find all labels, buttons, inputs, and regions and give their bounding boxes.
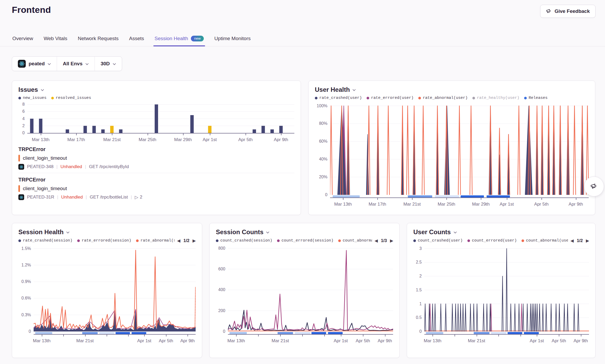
- legend-item[interactable]: resolved_issues: [51, 96, 91, 100]
- release-bar[interactable]: [132, 332, 146, 334]
- y-tick-label: 800: [216, 246, 225, 251]
- session-health-legend: rate_crashed(session)rate_errored(sessio…: [18, 238, 196, 243]
- tab-overview[interactable]: Overview: [12, 31, 34, 46]
- y-tick-label: 4: [18, 116, 25, 121]
- legend-item[interactable]: rate_crashed(user): [315, 96, 362, 100]
- legend-dot: [521, 239, 524, 242]
- issue-error-type: TRPCError: [18, 177, 294, 183]
- release-bar[interactable]: [116, 332, 130, 334]
- legend-dot: [51, 97, 54, 99]
- release-bar[interactable]: [278, 332, 293, 334]
- release-bar[interactable]: [474, 332, 489, 334]
- x-axis-labels: Mar 13thMar 21stApr 1stApr 5thApr 9th: [424, 336, 589, 343]
- session-health-panel-title[interactable]: Session Health: [18, 228, 196, 236]
- issues-panel-title[interactable]: Issues: [18, 86, 294, 93]
- chevron-down-icon: [113, 63, 116, 65]
- release-bar[interactable]: [435, 195, 460, 197]
- x-tick-label: Apr 1st: [334, 338, 348, 344]
- tab-session-health[interactable]: Session Healthnew: [154, 31, 205, 46]
- release-bar[interactable]: [408, 195, 432, 197]
- legend-item[interactable]: new_issues: [18, 96, 46, 100]
- tab-uptime-monitors[interactable]: Uptime Monitors: [214, 31, 251, 46]
- x-axis-labels: Mar 13thMar 21stApr 1stApr 5thApr 9th: [34, 336, 196, 343]
- legend-item[interactable]: rate_abnormal(user): [418, 96, 468, 100]
- tab-assets[interactable]: Assets: [129, 31, 145, 46]
- release-bar[interactable]: [508, 332, 522, 334]
- release-bar[interactable]: [230, 332, 247, 334]
- release-bar[interactable]: [311, 332, 326, 334]
- x-tick-label: Mar 13th: [227, 338, 245, 344]
- pager-next-icon[interactable]: ▶: [390, 238, 393, 243]
- release-bar[interactable]: [295, 332, 311, 334]
- x-tick-label: Apr 5th: [534, 202, 549, 207]
- divider: |: [57, 195, 58, 200]
- legend-item[interactable]: rate_errored(user): [367, 96, 414, 100]
- pager-prev-icon[interactable]: ◀: [571, 238, 574, 243]
- x-tick-label: Mar 21st: [403, 202, 421, 207]
- y-tick-label: 3: [413, 246, 422, 251]
- release-bar[interactable]: [426, 332, 443, 334]
- legend-item[interactable]: count_abnormal(user): [521, 238, 568, 243]
- x-tick-label: Mar 25th: [139, 137, 156, 142]
- give-feedback-button[interactable]: Give Feedback: [540, 5, 596, 18]
- pager-page-label: 1/2: [577, 238, 583, 243]
- floating-feedback-button[interactable]: [584, 176, 604, 196]
- legend-label: rate_healthy(user): [477, 96, 519, 100]
- issue-message: client_login_timeout: [23, 155, 67, 161]
- legend-item[interactable]: rate_crashed(session): [18, 238, 72, 243]
- legend-dot: [77, 239, 80, 242]
- y-tick-label: 1.2%: [18, 263, 31, 267]
- date-range-selector[interactable]: 30D: [95, 57, 122, 71]
- legend-item[interactable]: rate_errored(session): [77, 238, 131, 243]
- x-tick-label: Apr 9th: [573, 338, 588, 344]
- issue-item[interactable]: TRPCErrorclient_login_timeoutPEATED-31R|…: [18, 173, 294, 203]
- y-tick-label: 400: [216, 287, 225, 292]
- legend-item[interactable]: rate_abnormal(session): [136, 238, 175, 243]
- project-selector[interactable]: peated: [12, 57, 57, 71]
- release-bar[interactable]: [524, 332, 539, 334]
- release-bar[interactable]: [487, 195, 510, 197]
- legend-item[interactable]: rate_healthy(user): [472, 96, 519, 100]
- y-tick-label: 2.5: [413, 260, 422, 265]
- tab-web-vitals[interactable]: Web Vitals: [43, 31, 68, 46]
- release-bar[interactable]: [333, 195, 360, 197]
- legend-label: rate_abnormal(user): [423, 96, 468, 100]
- legend-item[interactable]: count_crashed(user): [413, 238, 463, 243]
- pager-prev-icon[interactable]: ◀: [375, 238, 378, 243]
- y-tick-label: 0: [413, 329, 422, 334]
- environment-selector[interactable]: All Envs: [57, 57, 95, 71]
- legend-dot: [472, 97, 475, 99]
- release-bar[interactable]: [35, 332, 52, 334]
- release-bar[interactable]: [328, 332, 343, 334]
- tab-network-requests[interactable]: Network Requests: [77, 31, 119, 46]
- legend-item[interactable]: Releases: [524, 96, 547, 100]
- release-bar[interactable]: [491, 332, 507, 334]
- issue-item[interactable]: TRPCErrorclient_login_timeoutPEATED-348|…: [18, 143, 294, 173]
- megaphone-icon: [590, 183, 598, 190]
- pager-prev-icon[interactable]: ◀: [177, 238, 180, 243]
- x-tick-label: Mar 25th: [438, 202, 455, 207]
- legend-item[interactable]: count_abnormal(session): [338, 238, 372, 243]
- x-tick-label: Mar 21st: [272, 338, 289, 344]
- user-counts-panel-title[interactable]: User Counts: [413, 228, 589, 236]
- y-tick-label: 6: [18, 109, 25, 114]
- page-title: Frontend: [12, 5, 51, 15]
- y-tick-label: 1: [413, 302, 422, 306]
- pager-next-icon[interactable]: ▶: [192, 238, 196, 243]
- release-bar[interactable]: [82, 332, 98, 334]
- legend-item[interactable]: count_crashed(session): [216, 238, 272, 243]
- legend-item[interactable]: count_errored(user): [467, 238, 517, 243]
- release-bar[interactable]: [461, 195, 484, 197]
- legend-item[interactable]: count_errored(session): [277, 238, 333, 243]
- pager-next-icon[interactable]: ▶: [586, 238, 589, 243]
- x-tick-label: Mar 13th: [424, 338, 441, 344]
- legend-label: count_errored(session): [281, 238, 333, 243]
- y-tick-label: 40%: [315, 157, 327, 162]
- user-health-panel-title[interactable]: User Health: [315, 86, 589, 93]
- session-counts-panel-title[interactable]: Session Counts: [216, 228, 393, 236]
- release-bar[interactable]: [99, 332, 115, 334]
- bottom-panel-row: Session Health rate_crashed(session)rate…: [12, 223, 593, 358]
- legend-dot: [418, 97, 421, 99]
- issues-list: TRPCErrorclient_login_timeoutPEATED-348|…: [18, 143, 294, 203]
- pager-page-label: 1/2: [184, 238, 190, 243]
